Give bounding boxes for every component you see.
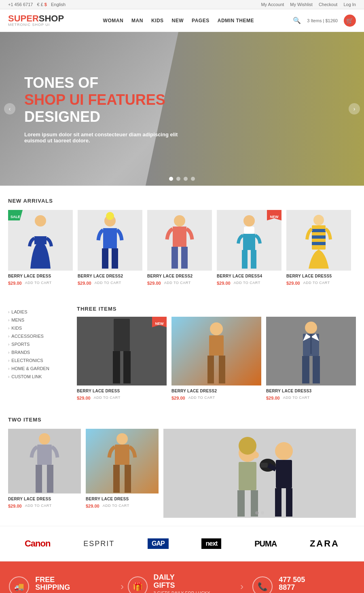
product-card-1[interactable]: SALE BERRY LACE DRESS $29.00 ADD TO CART [8, 210, 73, 286]
add-to-cart-4[interactable]: ADD TO CART [234, 281, 260, 285]
three-item-name-3: BERRY LACE DRESS3 [266, 389, 356, 393]
three-item-bottom-2: $29.00 ADD TO CART [171, 394, 261, 400]
product-image-1: SALE [8, 210, 73, 271]
cart-items: 3 Items [307, 18, 322, 23]
three-item-1[interactable]: NEW BERRY LACE DRESS $29.00 ADD TO CART [77, 317, 167, 400]
currency-selector[interactable]: € £ $ [37, 2, 47, 7]
nav-pages[interactable]: PAGES [192, 18, 210, 23]
cat-kids[interactable]: › KIDS [8, 324, 69, 332]
svg-rect-6 [112, 248, 118, 269]
two-item-name-2: BERRY LACE DRESS [86, 497, 159, 501]
product-price-1: $29.00 [8, 281, 22, 286]
my-account-link[interactable]: My Account [261, 2, 284, 7]
brand-gap[interactable]: GAP [148, 538, 169, 549]
cart-button[interactable]: 🛒 [344, 15, 356, 27]
add-to-cart-2[interactable]: ADD TO CART [95, 281, 121, 285]
svg-point-0 [35, 215, 46, 227]
logo[interactable]: SUPERSHOP METRONIC SHOP UI [8, 14, 64, 27]
gifts-subtitle: 3 GIFTS DAILY FOR LUCKY CUSTOMERS [154, 591, 237, 593]
hero-next-button[interactable]: › [349, 103, 360, 114]
login-link[interactable]: Log In [343, 2, 356, 7]
add-to-cart-3[interactable]: ADD TO CART [164, 281, 191, 285]
featured-dot-1[interactable] [255, 511, 258, 515]
two-item-add-2[interactable]: ADD TO CART [103, 504, 129, 508]
cat-home-garden[interactable]: › HOME & GARDEN [8, 364, 69, 373]
logo-shop: SHOP [39, 13, 64, 23]
phone-text: 477 505 8877 24/7 CUSTOMER CARE AVAILABL… [279, 576, 351, 593]
product-card-2[interactable]: BERRY LACE DRESS2 $29.00 ADD TO CART [78, 210, 142, 286]
two-item-bottom-2: $29.00 ADD TO CART [86, 502, 159, 508]
brand-canon[interactable]: Canon [25, 538, 50, 549]
hero-prev-button[interactable]: ‹ [4, 103, 15, 114]
brand-zara[interactable]: ZARA [310, 538, 339, 549]
shipping-text: FREE SHIPPING EXPRESS DELIVERY WITHING 3… [35, 576, 115, 593]
footer-phone: 📞 477 505 8877 24/7 CUSTOMER CARE AVAILA… [248, 576, 356, 593]
checkout-link[interactable]: Checkout [319, 2, 337, 7]
product-card-5[interactable]: BERRY LACE DRESS5 $29.00 ADD TO CART [286, 210, 351, 286]
add-to-cart-1[interactable]: ADD TO CART [25, 281, 52, 285]
svg-point-24 [210, 322, 223, 335]
currency-gbp[interactable]: £ [41, 2, 43, 7]
hero-dot-1[interactable] [169, 177, 173, 181]
svg-rect-41 [113, 465, 120, 493]
svg-point-45 [239, 437, 256, 455]
my-wishlist-link[interactable]: My Wishlist [290, 2, 313, 7]
brand-esprit[interactable]: ESPRIT [83, 540, 114, 548]
three-item-bottom-1: $29.00 ADD TO CART [77, 394, 167, 400]
cat-ladies[interactable]: › LADIES [8, 308, 69, 316]
cat-mens[interactable]: › MENS [8, 316, 69, 324]
three-item-add-3[interactable]: ADD TO CART [283, 396, 310, 400]
currency-eur[interactable]: € [37, 2, 39, 7]
language-selector[interactable]: English [51, 2, 66, 7]
product-image-svg-4 [231, 212, 267, 269]
cat-electronics[interactable]: › ELECTRONICS [8, 356, 69, 364]
two-item-1[interactable]: DERRY LACE DRESS $29.00 ADD TO CART [8, 429, 81, 508]
svg-point-11 [243, 215, 255, 227]
two-item-svg-2 [102, 430, 142, 493]
svg-rect-26 [207, 356, 214, 383]
three-item-img-2 [171, 317, 261, 385]
nav-kids[interactable]: KIDS [151, 18, 164, 23]
product-image-svg-3 [161, 212, 198, 269]
hero-line3: DESIGNED [24, 108, 178, 125]
cat-sports[interactable]: › SPORTS [8, 340, 69, 348]
nav-new[interactable]: NEW [172, 18, 184, 23]
cat-accessories[interactable]: › ACCESSORIES [8, 332, 69, 340]
svg-rect-10 [181, 247, 188, 269]
cat-custom-link[interactable]: › CUSTOM LINK [8, 373, 69, 381]
two-item-2[interactable]: BERRY LACE DRESS $29.00 ADD TO CART [86, 429, 159, 508]
svg-point-28 [305, 322, 317, 334]
three-item-3[interactable]: BERRY LACE DRESS3 $29.00 ADD TO CART [266, 317, 356, 400]
nav-woman[interactable]: WOMAN [103, 18, 124, 23]
brand-puma[interactable]: PUMA [254, 539, 277, 549]
hero-content: TONES OF SHOP UI FEATURES DESIGNED Lorem… [0, 58, 202, 160]
hero-dot-3[interactable] [184, 177, 188, 181]
svg-point-55 [252, 452, 259, 458]
three-items-section: THREE ITEMS NEW BERRY LACE DRESS $29.00 … [77, 306, 356, 400]
product-card-4[interactable]: NEW BERRY LACE DRESS4 $29.00 ADD TO CART [217, 210, 281, 286]
top-bar: +1 456 6717 € £ $ English My Account My … [0, 0, 364, 9]
currency-usd[interactable]: $ [44, 2, 47, 7]
svg-rect-13 [243, 234, 255, 250]
brand-next[interactable]: next [201, 538, 221, 549]
nav-man[interactable]: MAN [131, 18, 143, 23]
svg-point-3 [106, 212, 114, 220]
two-item-add-1[interactable]: ADD TO CART [25, 504, 52, 508]
two-items-section: TWO ITEMS DERRY LACE DRESS [0, 409, 364, 526]
three-items-grid: NEW BERRY LACE DRESS $29.00 ADD TO CART [77, 317, 356, 400]
three-item-2[interactable]: BERRY LACE DRESS2 $29.00 ADD TO CART [171, 317, 261, 400]
gifts-title: DAILY GIFTS [154, 574, 237, 590]
three-item-add-1[interactable]: ADD TO CART [94, 396, 121, 400]
svg-rect-12 [244, 227, 254, 234]
cat-brands[interactable]: › BRANDS [8, 348, 69, 356]
footer-banner: 🚚 FREE SHIPPING EXPRESS DELIVERY WITHING… [0, 561, 364, 593]
hero-dot-2[interactable] [176, 177, 180, 181]
product-card-3[interactable]: BERRY LACE DRESS2 $29.00 ADD TO CART [147, 210, 212, 286]
nav-admin-theme[interactable]: ADMIN THEME [218, 18, 254, 23]
three-item-add-2[interactable]: ADD TO CART [188, 396, 215, 400]
search-icon[interactable]: 🔍 [293, 17, 301, 24]
hero-dot-4[interactable] [191, 177, 195, 181]
featured-dot-2[interactable] [261, 511, 264, 515]
add-to-cart-5[interactable]: ADD TO CART [303, 281, 330, 285]
footer-free-shipping: 🚚 FREE SHIPPING EXPRESS DELIVERY WITHING… [8, 576, 116, 593]
